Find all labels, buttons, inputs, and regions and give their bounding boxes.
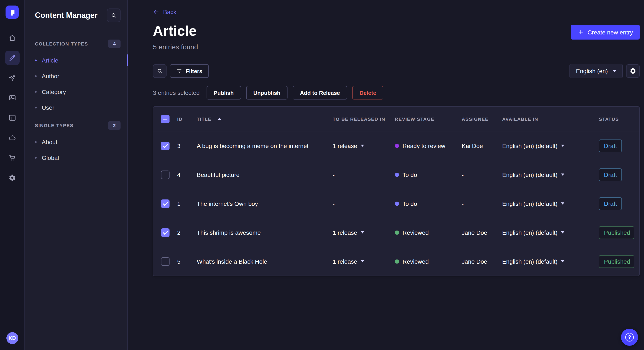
sidebar-item-category[interactable]: Category [25,84,127,100]
sidebar-item-label: Article [42,57,58,64]
cell-id: 4 [177,171,197,178]
status-badge: Published [599,226,634,239]
row-checkbox[interactable] [161,141,170,150]
table-row[interactable]: 3 A bug is becoming a meme on the intern… [153,131,639,160]
unpublish-button[interactable]: Unpublish [246,86,288,100]
search-button[interactable] [153,64,166,78]
create-new-entry-label: Create new entry [588,29,633,35]
table-row[interactable]: 1 The internet's Own boy - To do - Engli… [153,189,639,218]
cell-status: Published [599,226,639,239]
sidebar-item-about[interactable]: About [25,134,127,150]
column-header-review-stage: REVIEW STAGE [395,116,462,121]
cell-assignee: Jane Doe [462,258,502,265]
table-row[interactable]: 4 Beautiful picture - To do - English (e… [153,160,639,189]
back-link[interactable]: Back [153,8,176,15]
publish-button[interactable]: Publish [206,86,241,100]
stage-dot-icon [395,259,399,263]
cell-release-dropdown[interactable]: 1 release [333,142,395,149]
column-header-title[interactable]: TITLE [197,116,333,121]
chevron-down-icon [561,174,564,176]
column-header-available-in: AVAILABLE IN [502,116,599,121]
section-label-collection-types: COLLECTION TYPES [35,41,88,46]
cell-id: 5 [177,258,197,265]
chevron-down-icon [360,260,364,262]
delete-button[interactable]: Delete [352,86,383,100]
bullet-icon [35,75,37,77]
cell-review-stage: To do [395,171,462,178]
stage-dot-icon [395,230,399,234]
sidebar-item-author[interactable]: Author [25,68,127,84]
cell-id: 1 [177,200,197,207]
strapi-logo-icon [8,8,16,16]
view-settings-button[interactable] [626,64,640,78]
cell-title: This shrimp is awesome [197,229,333,236]
bullet-icon [35,141,37,143]
row-checkbox[interactable] [161,199,170,208]
sidebar-item-global[interactable]: Global [25,150,127,166]
nav-cloud[interactable] [5,131,20,145]
nav-media-library[interactable] [5,91,20,105]
cell-status: Published [599,255,639,268]
add-to-release-button[interactable]: Add to Release [292,86,347,100]
cell-release-dropdown: - [333,171,395,178]
row-checkbox[interactable] [161,170,170,179]
select-all-checkbox[interactable] [161,115,170,123]
media-icon [8,94,16,102]
cell-available-in-dropdown[interactable]: English (en) (default) [502,142,599,149]
cell-review-stage: Reviewed [395,258,462,265]
pen-icon [8,54,16,62]
home-icon [8,34,16,42]
search-icon [111,12,117,18]
selection-bar: 3 entries selected Publish Unpublish Add… [153,86,640,100]
nav-settings[interactable] [5,171,20,185]
sidebar-item-label: About [42,138,57,145]
create-new-entry-button[interactable]: Create new entry [571,25,640,39]
table-row[interactable]: 2 This shrimp is awesome 1 release Revie… [153,218,639,247]
table-row[interactable]: 5 What's inside a Black Hole 1 release R… [153,247,639,276]
cell-assignee: Jane Doe [462,229,502,236]
nav-releases[interactable] [5,71,20,85]
nav-content-manager[interactable] [5,51,20,65]
stage-dot-icon [395,173,399,177]
cell-review-stage: To do [395,200,462,207]
selection-count: 3 entries selected [153,89,200,96]
locale-select[interactable]: English (en) [570,64,623,78]
bullet-icon [35,91,37,93]
column-header-status: STATUS [599,116,639,121]
chevron-down-icon [561,145,564,147]
chevron-down-icon [561,260,564,262]
cell-title: The internet's Own boy [197,200,333,207]
chevron-down-icon [360,145,364,147]
sidebar-item-label: Author [42,72,60,79]
cell-title: What's inside a Black Hole [197,258,333,265]
cloud-icon [8,134,16,142]
nav-marketplace[interactable] [5,151,20,165]
sidebar-item-label: User [42,104,54,111]
column-header-assignee: ASSIGNEE [462,116,502,121]
sidebar-item-label: Global [42,154,59,161]
sidebar-item-article[interactable]: Article [25,52,127,68]
sidebar-search-button[interactable] [107,8,120,22]
cell-release-dropdown[interactable]: 1 release [333,258,395,265]
column-header-id: ID [177,116,197,121]
cell-available-in-dropdown[interactable]: English (en) (default) [502,171,599,178]
sidebar-item-user[interactable]: User [25,100,127,115]
bullet-icon [35,59,37,61]
cell-available-in-dropdown[interactable]: English (en) (default) [502,200,599,207]
user-avatar[interactable]: KD [6,332,18,344]
row-checkbox[interactable] [161,228,170,237]
nav-content-type-builder[interactable] [5,111,20,125]
cell-available-in-dropdown[interactable]: English (en) (default) [502,229,599,236]
filter-icon [176,68,182,74]
nav-home[interactable] [5,31,20,45]
row-checkbox[interactable] [161,257,170,266]
cell-release-dropdown: - [333,200,395,207]
filters-button[interactable]: Filters [170,64,209,78]
chevron-down-icon [561,231,564,233]
cell-status: Draft [599,197,639,210]
cell-release-dropdown[interactable]: 1 release [333,229,395,236]
help-button[interactable]: ? [621,329,638,346]
cell-available-in-dropdown[interactable]: English (en) (default) [502,258,599,265]
strapi-logo[interactable] [6,5,19,19]
plus-icon [578,29,584,35]
